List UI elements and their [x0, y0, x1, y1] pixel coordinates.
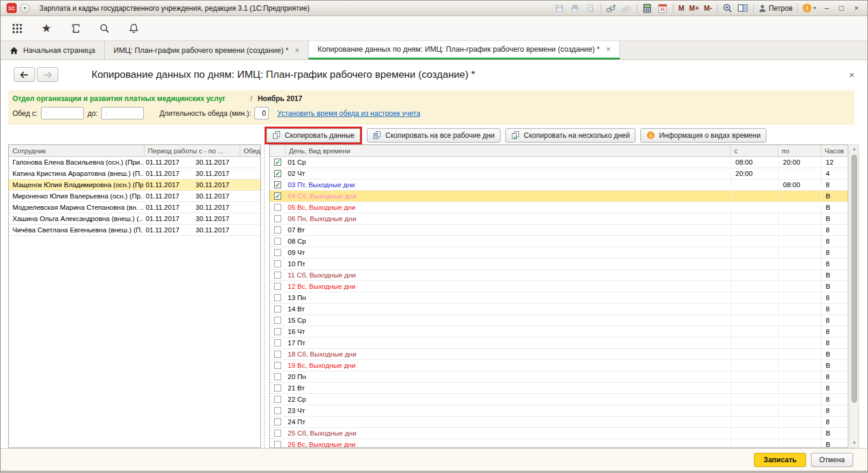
day-from-cell[interactable] — [731, 213, 778, 224]
day-checkbox[interactable]: ✓ — [274, 170, 281, 177]
day-from-cell[interactable] — [731, 349, 778, 360]
day-from-cell[interactable]: 08:00 — [731, 157, 778, 168]
employee-row[interactable]: Чичёва Светлана Евгеньевна (внеш.) (П...… — [9, 225, 260, 236]
column-header-hours[interactable]: Часов — [821, 145, 848, 156]
day-from-cell[interactable] — [731, 371, 778, 382]
current-user[interactable]: Петров — [759, 4, 792, 12]
split-window-icon[interactable] — [738, 3, 749, 14]
day-hours-cell[interactable]: 12 — [821, 157, 848, 168]
lunch-from-input[interactable] — [41, 107, 84, 119]
history-button[interactable] — [68, 21, 83, 36]
day-checkbox[interactable] — [274, 238, 281, 245]
scrollbar-thumb[interactable] — [851, 154, 857, 403]
day-hours-cell[interactable]: 8 — [821, 338, 848, 348]
calendar-icon[interactable]: 31 — [658, 3, 668, 14]
day-to-cell[interactable] — [778, 247, 821, 258]
day-from-cell[interactable] — [731, 281, 778, 292]
day-row[interactable]: 18 Сб, Выходные дниВ — [270, 349, 848, 360]
copy-all-workdays-button[interactable]: Скопировать на все рабочие дни — [367, 128, 501, 143]
day-row[interactable]: 14 Вт8 — [270, 304, 848, 315]
calculator-icon[interactable] — [642, 3, 653, 14]
day-to-cell[interactable] — [778, 270, 821, 280]
day-hours-cell[interactable]: 8 — [821, 417, 848, 427]
day-hours-cell[interactable]: В — [821, 202, 848, 213]
close-tab-icon[interactable]: × — [295, 46, 299, 55]
employee-row[interactable]: Мащенок Юлия Владимировна (осн.) (Пр...0… — [9, 179, 260, 191]
day-from-cell[interactable] — [731, 326, 778, 337]
menu-grid-button[interactable] — [10, 21, 24, 36]
memory-minus-button[interactable]: M- — [704, 3, 712, 14]
tab-home[interactable]: Начальная страница — [1, 41, 105, 59]
day-checkbox[interactable] — [274, 373, 281, 380]
day-to-cell[interactable] — [778, 202, 821, 213]
day-from-cell[interactable] — [731, 338, 778, 348]
day-hours-cell[interactable]: 8 — [821, 304, 848, 314]
lunch-duration-input[interactable] — [254, 107, 269, 119]
column-header-employee[interactable]: Сотрудник — [9, 145, 144, 156]
day-checkbox[interactable]: ✓ — [274, 181, 281, 188]
day-to-cell[interactable] — [778, 304, 821, 314]
column-header-to[interactable]: по — [778, 145, 821, 156]
day-hours-cell[interactable]: В — [821, 428, 848, 439]
day-from-cell[interactable] — [731, 315, 778, 326]
day-row[interactable]: 26 Вс, Выходные дниВ — [270, 439, 848, 448]
employee-row[interactable]: Гапонова Елена Васильевна (осн.) (При...… — [9, 157, 260, 168]
panel-splitter[interactable] — [264, 144, 269, 448]
go-to-link-icon[interactable] — [621, 3, 632, 14]
employee-row[interactable]: Мироненко Юлия Валерьевна (осн.) (Пр...0… — [9, 191, 260, 202]
main-menu-button[interactable]: ▼ — [20, 4, 30, 13]
day-to-cell[interactable] — [778, 338, 821, 348]
day-row[interactable]: 15 Ср8 — [270, 315, 848, 326]
day-checkbox[interactable] — [274, 384, 281, 392]
day-to-cell[interactable] — [778, 168, 821, 179]
service-info-button[interactable]: i ▼ — [803, 4, 817, 12]
get-link-icon[interactable] — [606, 3, 617, 14]
day-to-cell[interactable] — [778, 417, 821, 427]
day-row[interactable]: 09 Чт8 — [270, 247, 848, 258]
day-to-cell[interactable]: 08:00 — [778, 179, 821, 190]
day-checkbox[interactable] — [274, 283, 281, 290]
copy-several-days-button[interactable]: Скопировать на несколько дней — [505, 128, 636, 143]
memory-plus-button[interactable]: M+ — [689, 3, 699, 14]
day-hours-cell[interactable]: 8 — [821, 383, 848, 393]
day-row[interactable]: 20 Пн8 — [270, 371, 848, 383]
day-row[interactable]: 19 Вс, Выходные дниВ — [270, 360, 848, 371]
day-hours-cell[interactable]: 8 — [821, 179, 848, 190]
day-row[interactable]: 24 Пт8 — [270, 417, 848, 428]
day-hours-cell[interactable]: В — [821, 281, 848, 292]
save-button[interactable]: Записать — [754, 453, 806, 467]
day-from-cell[interactable] — [731, 360, 778, 371]
save-icon[interactable] — [554, 3, 565, 14]
memory-store-button[interactable]: M — [678, 3, 684, 14]
day-hours-cell[interactable]: В — [821, 270, 848, 280]
day-checkbox[interactable] — [274, 317, 281, 324]
day-to-cell[interactable] — [778, 383, 821, 393]
day-to-cell[interactable] — [778, 428, 821, 439]
day-checkbox[interactable] — [274, 249, 281, 256]
day-hours-cell[interactable]: 4 — [821, 168, 848, 179]
day-from-cell[interactable] — [731, 247, 778, 258]
day-row[interactable]: 17 Пт8 — [270, 338, 848, 349]
day-row[interactable]: 10 Пт8 — [270, 258, 848, 270]
day-hours-cell[interactable]: 8 — [821, 292, 848, 303]
day-checkbox[interactable] — [274, 226, 281, 234]
day-to-cell[interactable] — [778, 360, 821, 371]
search-button[interactable] — [98, 21, 112, 36]
day-checkbox[interactable] — [274, 204, 281, 211]
day-from-cell[interactable] — [731, 236, 778, 247]
day-row[interactable]: ✓02 Чт20:004 — [270, 168, 848, 179]
column-header-lunch[interactable]: Обед — [240, 145, 260, 156]
close-form-button[interactable]: × — [849, 70, 857, 80]
day-row[interactable]: 05 Вс, Выходные дниВ — [270, 202, 848, 213]
day-to-cell[interactable] — [778, 281, 821, 292]
day-to-cell[interactable] — [778, 405, 821, 416]
day-to-cell[interactable] — [778, 258, 821, 269]
day-from-cell[interactable] — [731, 179, 778, 190]
day-checkbox[interactable]: ✓ — [274, 193, 281, 200]
day-checkbox[interactable] — [274, 260, 281, 267]
day-row[interactable]: ✓01 Ср08:0020:0012 — [270, 157, 848, 168]
employee-row[interactable]: Хашина Ольга Александровна (внеш.) (...0… — [9, 213, 260, 225]
day-to-cell[interactable] — [778, 349, 821, 360]
employee-row[interactable]: Модзелевская Марина Степановна (вн. ...0… — [9, 202, 260, 213]
day-to-cell[interactable] — [778, 439, 821, 448]
